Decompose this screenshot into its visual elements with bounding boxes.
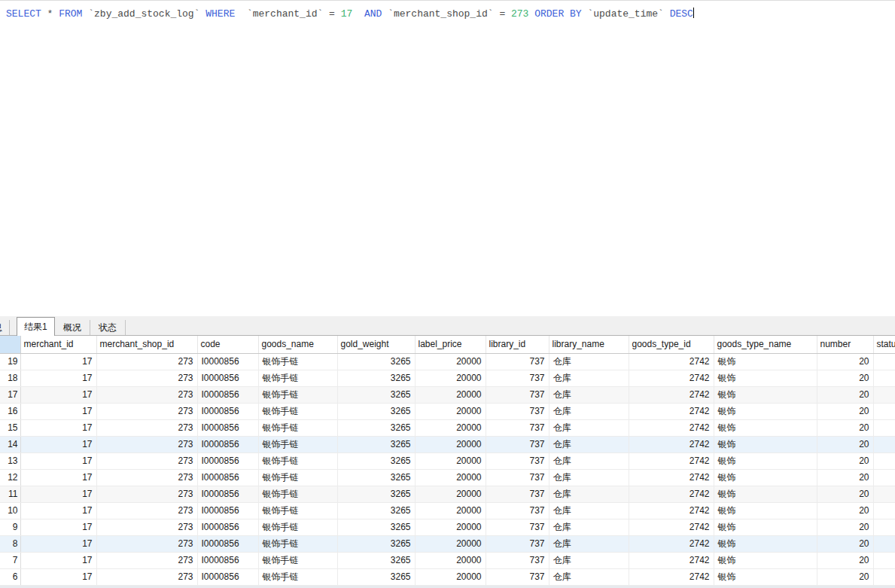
cell-merchant_shop_id[interactable]: 273	[96, 552, 197, 568]
column-header-merchant_id[interactable]: merchant_id	[20, 336, 96, 353]
cell-goods_type_id[interactable]: 2742	[629, 419, 714, 436]
cell-merchant_id[interactable]: 17	[20, 403, 96, 419]
cell-library_id[interactable]: 737	[486, 535, 549, 552]
cell-merchant_id[interactable]: 17	[20, 568, 96, 585]
cell-status[interactable]	[873, 419, 895, 436]
tab-status[interactable]: 状态	[90, 320, 126, 335]
cell-goods_type_name[interactable]: 银饰	[714, 436, 817, 452]
cell-merchant_shop_id[interactable]: 273	[96, 386, 197, 403]
cell-number[interactable]: 20	[817, 552, 873, 568]
cell-library_id[interactable]: 737	[486, 486, 549, 502]
cell-library_name[interactable]: 仓库	[549, 436, 629, 452]
cell-goods_type_name[interactable]: 银饰	[714, 535, 817, 552]
cell-code[interactable]: I0000856	[197, 452, 258, 469]
cell-library_name[interactable]: 仓库	[549, 502, 629, 519]
cell-status[interactable]	[873, 452, 895, 469]
cell-label_price[interactable]: 20000	[415, 419, 486, 436]
cell-label_price[interactable]: 20000	[415, 519, 486, 535]
cell-gold_weight[interactable]: 3265	[337, 535, 415, 552]
cell-goods_name[interactable]: 银饰手链	[258, 436, 337, 452]
corner-header-cell[interactable]	[0, 336, 20, 353]
cell-goods_name[interactable]: 银饰手链	[258, 452, 337, 469]
cell-merchant_shop_id[interactable]: 273	[96, 353, 197, 370]
cell-library_name[interactable]: 仓库	[549, 353, 629, 370]
cell-goods_type_id[interactable]: 2742	[629, 436, 714, 452]
cell-status[interactable]	[873, 436, 895, 452]
cell-label_price[interactable]: 20000	[415, 552, 486, 568]
cell-gold_weight[interactable]: 3265	[337, 469, 415, 486]
cell-number[interactable]: 20	[817, 419, 873, 436]
cell-goods_name[interactable]: 银饰手链	[258, 502, 337, 519]
cell-merchant_id[interactable]: 17	[20, 452, 96, 469]
cell-gold_weight[interactable]: 3265	[337, 486, 415, 502]
cell-number[interactable]: 20	[817, 403, 873, 419]
cell-code[interactable]: I0000856	[197, 568, 258, 585]
cell-goods_name[interactable]: 银饰手链	[258, 353, 337, 370]
cell-library_id[interactable]: 737	[486, 386, 549, 403]
cell-number[interactable]: 20	[817, 535, 873, 552]
cell-merchant_shop_id[interactable]: 273	[96, 370, 197, 386]
cell-merchant_id[interactable]: 17	[20, 519, 96, 535]
column-header-goods_type_name[interactable]: goods_type_name	[714, 336, 817, 353]
cell-goods_type_name[interactable]: 银饰	[714, 370, 817, 386]
cell-number[interactable]: 20	[817, 436, 873, 452]
cell-goods_type_id[interactable]: 2742	[629, 502, 714, 519]
cell-status[interactable]	[873, 403, 895, 419]
sql-editor[interactable]: SELECT * FROM `zby_add_stock_log` WHERE …	[0, 0, 895, 316]
cell-goods_type_id[interactable]: 2742	[629, 535, 714, 552]
cell-merchant_shop_id[interactable]: 273	[96, 519, 197, 535]
cell-library_name[interactable]: 仓库	[549, 403, 629, 419]
row-number[interactable]: 8	[0, 535, 20, 552]
cell-label_price[interactable]: 20000	[415, 403, 486, 419]
cell-library_name[interactable]: 仓库	[549, 519, 629, 535]
cell-goods_type_id[interactable]: 2742	[629, 370, 714, 386]
cell-number[interactable]: 20	[817, 486, 873, 502]
cell-gold_weight[interactable]: 3265	[337, 519, 415, 535]
cell-goods_type_id[interactable]: 2742	[629, 552, 714, 568]
cell-goods_name[interactable]: 银饰手链	[258, 535, 337, 552]
cell-code[interactable]: I0000856	[197, 502, 258, 519]
cell-status[interactable]	[873, 353, 895, 370]
cell-library_id[interactable]: 737	[486, 403, 549, 419]
cell-number[interactable]: 20	[817, 386, 873, 403]
cell-label_price[interactable]: 20000	[415, 353, 486, 370]
cell-code[interactable]: I0000856	[197, 436, 258, 452]
cell-library_name[interactable]: 仓库	[549, 469, 629, 486]
cell-merchant_id[interactable]: 17	[20, 386, 96, 403]
cell-library_id[interactable]: 737	[486, 419, 549, 436]
sql-line[interactable]: SELECT * FROM `zby_add_stock_log` WHERE …	[0, 1, 895, 20]
cell-code[interactable]: I0000856	[197, 535, 258, 552]
cell-merchant_shop_id[interactable]: 273	[96, 403, 197, 419]
cell-goods_type_name[interactable]: 银饰	[714, 552, 817, 568]
cell-merchant_id[interactable]: 17	[20, 486, 96, 502]
cell-library_id[interactable]: 737	[486, 519, 549, 535]
column-header-number[interactable]: number	[817, 336, 873, 353]
cell-library_name[interactable]: 仓库	[549, 419, 629, 436]
cell-number[interactable]: 20	[817, 519, 873, 535]
cell-goods_name[interactable]: 银饰手链	[258, 403, 337, 419]
row-number[interactable]: 18	[0, 370, 20, 386]
column-header-goods_type_id[interactable]: goods_type_id	[629, 336, 714, 353]
column-header-library_name[interactable]: library_name	[549, 336, 629, 353]
cell-goods_type_id[interactable]: 2742	[629, 469, 714, 486]
cell-label_price[interactable]: 20000	[415, 568, 486, 585]
cell-library_id[interactable]: 737	[486, 353, 549, 370]
cell-status[interactable]	[873, 486, 895, 502]
cell-label_price[interactable]: 20000	[415, 436, 486, 452]
cell-number[interactable]: 20	[817, 568, 873, 585]
cell-label_price[interactable]: 20000	[415, 535, 486, 552]
cell-goods_name[interactable]: 银饰手链	[258, 486, 337, 502]
column-header-status[interactable]: status	[873, 336, 895, 353]
cell-goods_type_name[interactable]: 银饰	[714, 403, 817, 419]
cell-library_id[interactable]: 737	[486, 452, 549, 469]
cell-goods_type_name[interactable]: 银饰	[714, 502, 817, 519]
row-number[interactable]: 10	[0, 502, 20, 519]
cell-goods_type_id[interactable]: 2742	[629, 486, 714, 502]
cell-merchant_shop_id[interactable]: 273	[96, 568, 197, 585]
cell-goods_type_name[interactable]: 银饰	[714, 519, 817, 535]
cell-goods_name[interactable]: 银饰手链	[258, 419, 337, 436]
cell-code[interactable]: I0000856	[197, 403, 258, 419]
cell-status[interactable]	[873, 386, 895, 403]
cell-number[interactable]: 20	[817, 469, 873, 486]
cell-status[interactable]	[873, 469, 895, 486]
